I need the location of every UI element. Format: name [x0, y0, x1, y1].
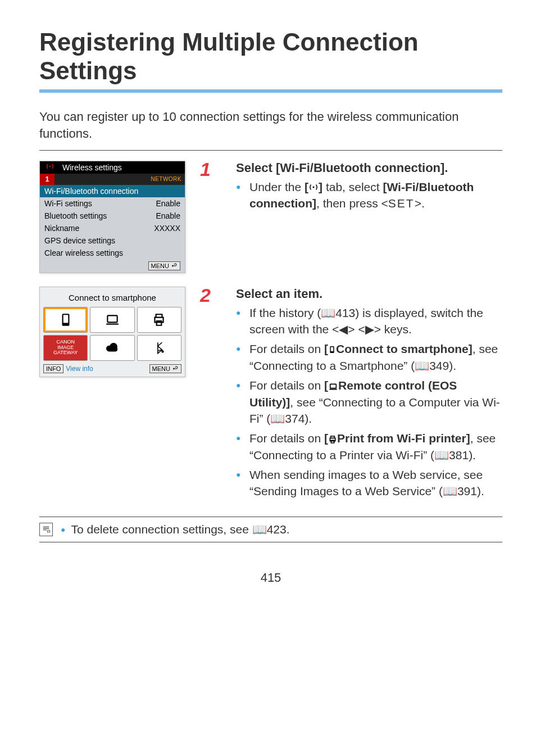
svg-rect-3: [62, 323, 69, 325]
svg-rect-7: [330, 351, 334, 352]
menu-gps-settings: GPS device settings: [40, 234, 185, 247]
step-1-heading: Select [Wi-Fi/Bluetooth connection].: [219, 161, 502, 175]
view-info-button: INFOView info: [43, 365, 93, 373]
step-2-bullet-remote: For details on [Remote control (EOS Util…: [236, 377, 502, 427]
step-2-row: Connect to smartphone CANON IMAGE GATEWA…: [39, 287, 502, 503]
bluetooth-remote-icon: [137, 335, 181, 361]
image-gateway-icon: CANON IMAGE GATEWAY: [43, 335, 88, 361]
smartphone-icon: [43, 307, 88, 333]
svg-rect-8: [330, 384, 337, 388]
page-title: Registering Multiple Connection Settings: [39, 28, 502, 85]
menu-clear-wireless: Clear wireless settings: [40, 247, 185, 259]
menu-bluetooth-settings: Bluetooth settingsEnable: [40, 210, 185, 222]
antenna-icon: [40, 162, 60, 173]
connect-smartphone-screenshot: Connect to smartphone CANON IMAGE GATEWA…: [39, 287, 185, 377]
title-underline: [39, 89, 502, 93]
step-1-row: Wireless settings 1 NETWORK Wi-Fi/Blueto…: [39, 161, 502, 273]
intro-text: You can register up to 10 connection set…: [39, 108, 502, 142]
menu-back-button-2: MENU: [149, 364, 181, 373]
tab-1: 1: [40, 174, 54, 185]
svg-rect-4: [107, 315, 117, 322]
step-1-bullet: Under the [] tab, select [Wi-Fi/Bluetoot…: [236, 179, 502, 212]
step-2-bullet-history: If the history (📖413) is displayed, swit…: [236, 305, 502, 338]
footer-note: ● To delete connection settings, see 📖42…: [39, 517, 502, 542]
computer-icon: [90, 307, 134, 333]
cloud-icon: [90, 335, 134, 361]
printer-icon: [137, 307, 181, 333]
step-2-number: 2: [200, 284, 211, 306]
menu-nickname: NicknameXXXXX: [40, 222, 185, 234]
page-number: 415: [39, 571, 502, 585]
note-icon: [39, 523, 53, 536]
svg-point-1: [313, 186, 315, 188]
menu-wifi-bluetooth-connection: Wi-Fi/Bluetooth connection: [40, 185, 185, 197]
step-2-bullet-smartphone: For details on [Connect to smartphone], …: [236, 341, 502, 374]
network-label: NETWORK: [151, 176, 181, 182]
note-bullet-icon: ●: [61, 525, 65, 534]
step-2-bullet-web: When sending images to a Web service, se…: [236, 467, 502, 500]
wireless-settings-screenshot: Wireless settings 1 NETWORK Wi-Fi/Blueto…: [39, 161, 185, 273]
step-1-number: 1: [200, 159, 211, 180]
screenshot2-title: Connect to smartphone: [43, 293, 181, 302]
menu-wifi-settings: Wi-Fi settingsEnable: [40, 197, 185, 210]
footer-note-text: To delete connection settings, see 📖423.: [71, 523, 289, 536]
separator: [39, 150, 502, 151]
step-2-bullet-printer: For details on [Print from Wi-Fi printer…: [236, 430, 502, 463]
screenshot-header-text: Wireless settings: [60, 163, 122, 172]
svg-point-0: [49, 166, 51, 168]
menu-back-button: MENU: [148, 261, 180, 270]
step-2-heading: Select an item.: [219, 287, 502, 301]
